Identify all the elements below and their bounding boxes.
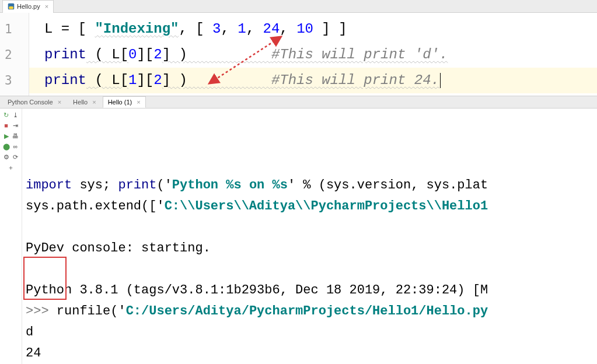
history-icon[interactable]: ⟳ [12, 153, 20, 161]
close-icon[interactable]: × [58, 99, 61, 106]
console-line: sys.path.extend(['C:\\Users\\Aditya\\Pyc… [26, 196, 597, 217]
code-line[interactable]: L = [ "Indexing", [ 3, 1, 24, 10 ] ] [29, 16, 597, 42]
line-number: 2 [0, 42, 29, 68]
console-line: >>> runfile('C:/Users/Aditya/PycharmProj… [26, 301, 597, 322]
scroll-to-end-icon[interactable]: ⤓ [12, 111, 20, 119]
console-panel: ↻ ⤓ ■ ⇥ ▶ 🖶 ⬤ ∞ ⚙ ⟳ ＋ import sys; print(… [0, 108, 597, 364]
rerun-icon[interactable]: ↻ [2, 111, 11, 119]
python-file-icon [8, 3, 15, 10]
settings-icon[interactable]: ⚙ [2, 153, 11, 161]
console-line: PyDev console: starting. [26, 238, 597, 259]
close-icon[interactable]: × [137, 99, 140, 106]
console-toolbar: ↻ ⤓ ■ ⇥ ▶ 🖶 ⬤ ∞ ⚙ ⟳ ＋ [0, 108, 22, 364]
text-caret [440, 73, 441, 88]
attach-debugger-icon[interactable]: ⬤ [2, 142, 11, 150]
close-icon[interactable]: × [45, 3, 48, 10]
console-line: d [26, 322, 597, 343]
editor-area[interactable]: 123 L = [ "Indexing", [ 3, 1, 24, 10 ] ]… [0, 13, 597, 96]
tool-tab[interactable]: Python Console× [2, 96, 67, 108]
tool-tab-label: Hello [73, 99, 88, 106]
editor-code[interactable]: L = [ "Indexing", [ 3, 1, 24, 10 ] ]prin… [29, 13, 597, 96]
editor-tab-label: Hello.py [17, 3, 40, 10]
close-icon[interactable]: × [92, 99, 96, 106]
console-line [26, 217, 597, 238]
line-number: 1 [0, 16, 29, 42]
tool-tab-bar: Python Console×Hello×Hello (1)× [0, 96, 597, 108]
tool-tab[interactable]: Hello× [68, 96, 102, 108]
soft-wrap-icon[interactable]: ⇥ [12, 121, 20, 130]
stop-icon[interactable]: ■ [2, 121, 11, 130]
code-line[interactable]: print ( L[1][2] ) #This will print 24. [29, 68, 597, 93]
tool-tab[interactable]: Hello (1)× [103, 96, 146, 108]
line-number: 3 [0, 68, 29, 93]
console-line: import sys; print('Python %s on %s' % (s… [26, 175, 597, 196]
console-line [26, 259, 597, 280]
tool-tab-label: Hello (1) [108, 99, 132, 106]
code-line[interactable]: print ( L[0][2] ) #This will print 'd'. [29, 42, 597, 68]
new-console-icon[interactable]: ＋ [7, 163, 15, 172]
editor-tab-bar: Hello.py × [0, 0, 597, 13]
svg-rect-1 [9, 6, 13, 9]
show-vars-icon[interactable]: ∞ [12, 142, 20, 150]
console-line: Python 3.8.1 (tags/v3.8.1:1b293b6, Dec 1… [26, 280, 597, 301]
run-icon[interactable]: ▶ [2, 132, 11, 140]
tool-tab-label: Python Console [8, 99, 53, 106]
console-output[interactable]: import sys; print('Python %s on %s' % (s… [22, 108, 597, 364]
editor-tab-hello-py[interactable]: Hello.py × [2, 0, 54, 13]
print-icon[interactable]: 🖶 [12, 132, 20, 140]
console-line: 24 [26, 343, 597, 364]
editor-gutter: 123 [0, 13, 29, 96]
